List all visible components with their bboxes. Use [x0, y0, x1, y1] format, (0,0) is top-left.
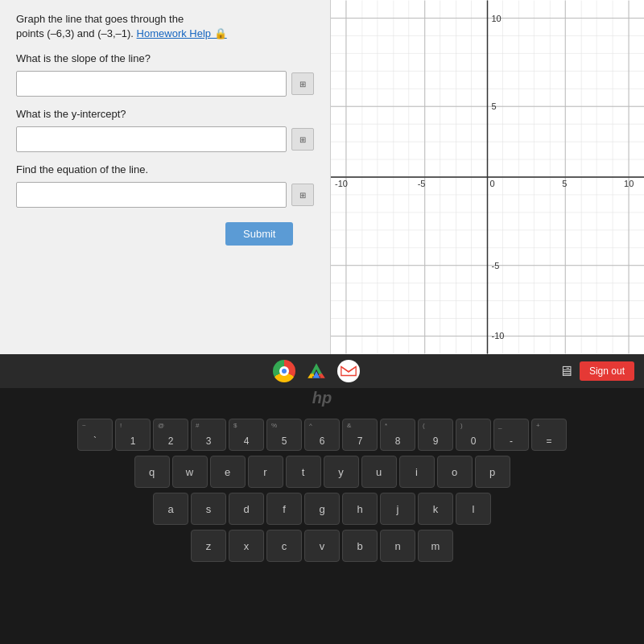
key-i[interactable]: i: [399, 456, 435, 488]
yintercept-question-label: What is the y-intercept?: [16, 108, 314, 120]
svg-text:-10: -10: [491, 331, 504, 341]
key-backtick[interactable]: ~`: [77, 419, 113, 451]
key-t[interactable]: t: [286, 456, 321, 488]
key-minus[interactable]: _-: [493, 419, 529, 451]
number-row: ~` !1 @2 #3 $4 %5 ^6 &7 *8 (9 )0 _- +=: [77, 419, 567, 451]
key-9[interactable]: (9: [418, 419, 453, 451]
key-p[interactable]: p: [475, 456, 510, 488]
key-6[interactable]: ^6: [304, 419, 340, 451]
key-n[interactable]: n: [380, 530, 415, 562]
key-j[interactable]: j: [380, 493, 415, 525]
key-v[interactable]: v: [304, 530, 340, 562]
key-l[interactable]: l: [456, 493, 491, 525]
drive-icon[interactable]: [305, 360, 328, 382]
screen: ✏ / T √ ✒ W ▼ ↺ ↻ ✕ Graph the line that …: [0, 0, 644, 354]
key-g[interactable]: g: [304, 493, 340, 525]
key-q[interactable]: q: [134, 456, 170, 488]
yintercept-input-row: ⊞: [16, 126, 314, 152]
key-a[interactable]: a: [153, 493, 188, 525]
svg-text:5: 5: [491, 101, 496, 111]
taskbar-right: 🖥 Sign out: [559, 361, 634, 381]
svg-text:10: 10: [624, 179, 634, 188]
key-7[interactable]: &7: [342, 419, 378, 451]
homework-help-link[interactable]: Homework Help 🔒: [137, 27, 227, 39]
key-h[interactable]: h: [342, 493, 378, 525]
key-0[interactable]: )0: [456, 419, 491, 451]
key-c[interactable]: c: [266, 530, 302, 562]
key-x[interactable]: x: [229, 530, 264, 562]
svg-text:5: 5: [562, 179, 567, 188]
equation-input[interactable]: [16, 182, 287, 208]
svg-text:-10: -10: [335, 179, 348, 188]
key-m[interactable]: m: [418, 530, 453, 562]
key-2[interactable]: @2: [153, 419, 188, 451]
key-5[interactable]: %5: [266, 419, 302, 451]
hp-logo-area: hp: [0, 388, 644, 412]
key-k[interactable]: k: [418, 493, 453, 525]
sign-out-button[interactable]: Sign out: [580, 361, 634, 381]
key-w[interactable]: w: [172, 456, 208, 488]
monitor-icon[interactable]: 🖥: [559, 363, 573, 380]
zxcv-row: z x c v b n m: [191, 530, 453, 562]
key-3[interactable]: #3: [191, 419, 226, 451]
slope-input-row: ⊞: [16, 71, 314, 97]
graph-svg: 10 5 -5 -10 -10 -5 0 5 10: [331, 0, 644, 354]
key-o[interactable]: o: [437, 456, 473, 488]
key-equals[interactable]: +=: [531, 419, 567, 451]
equation-input-icon[interactable]: ⊞: [291, 184, 314, 206]
svg-text:-5: -5: [491, 261, 499, 270]
key-4[interactable]: $4: [229, 419, 264, 451]
svg-text:-5: -5: [418, 179, 426, 188]
equation-question-label: Find the equation of the line.: [16, 163, 314, 175]
key-y[interactable]: y: [324, 456, 359, 488]
submit-button[interactable]: Submit: [225, 222, 293, 246]
hp-logo: hp: [312, 389, 332, 407]
key-e[interactable]: e: [210, 456, 246, 488]
left-panel: Graph the line that goes through the poi…: [0, 0, 330, 354]
key-z[interactable]: z: [191, 530, 226, 562]
key-d[interactable]: d: [229, 493, 264, 525]
taskbar-apps: [74, 360, 559, 382]
slope-question-label: What is the slope of the line?: [16, 52, 314, 64]
slope-input-icon[interactable]: ⊞: [291, 72, 314, 95]
qwerty-row: q w e r t y u i o p: [134, 456, 510, 488]
chrome-icon[interactable]: [273, 360, 295, 382]
slope-input[interactable]: [16, 71, 287, 97]
yintercept-input[interactable]: [16, 126, 287, 152]
graph-area: 10 5 -5 -10 -10 -5 0 5 10: [330, 0, 644, 354]
taskbar: 🖥 Sign out: [0, 354, 644, 388]
keyboard-area: ~` !1 @2 #3 $4 %5 ^6 &7 *8 (9 )0 _- += q…: [0, 412, 644, 644]
key-b[interactable]: b: [342, 530, 378, 562]
asdf-row: a s d f g h j k l: [153, 493, 491, 525]
key-r[interactable]: r: [248, 456, 283, 488]
key-1[interactable]: !1: [115, 419, 151, 451]
key-u[interactable]: u: [361, 456, 397, 488]
svg-text:0: 0: [489, 179, 494, 188]
svg-text:10: 10: [491, 14, 501, 23]
key-f[interactable]: f: [266, 493, 302, 525]
yintercept-input-icon[interactable]: ⊞: [291, 128, 314, 151]
main-question-text: Graph the line that goes through the poi…: [16, 12, 314, 41]
equation-input-row: ⊞: [16, 182, 314, 208]
gmail-icon[interactable]: [337, 360, 360, 382]
key-s[interactable]: s: [191, 493, 226, 525]
key-8[interactable]: *8: [380, 419, 415, 451]
